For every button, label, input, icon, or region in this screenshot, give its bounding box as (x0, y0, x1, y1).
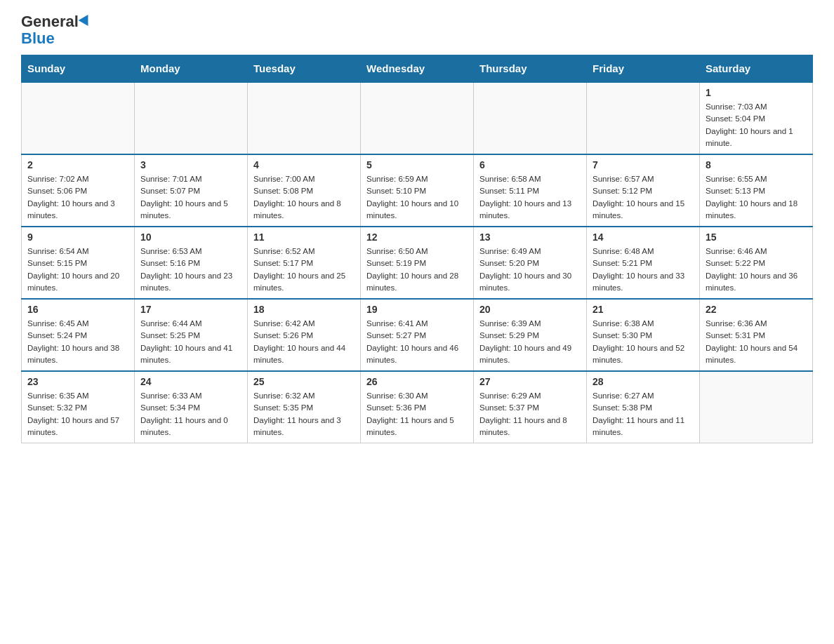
day-number: 7 (593, 159, 694, 170)
day-info: Sunrise: 6:55 AM (706, 173, 807, 185)
day-info: Daylight: 10 hours and 1 minute. (706, 126, 807, 150)
day-info: Sunrise: 6:52 AM (253, 246, 355, 257)
day-info: Sunrise: 6:27 AM (593, 390, 694, 402)
day-info: Sunrise: 6:53 AM (140, 246, 241, 257)
day-number: 14 (593, 232, 694, 243)
day-info: Sunrise: 7:01 AM (140, 173, 241, 185)
day-info: Sunrise: 7:00 AM (253, 173, 355, 185)
day-info: Sunset: 5:07 PM (140, 185, 241, 197)
day-info: Daylight: 10 hours and 5 minutes. (140, 198, 241, 222)
day-info: Sunrise: 6:48 AM (593, 246, 694, 257)
calendar-cell: 1Sunrise: 7:03 AMSunset: 5:04 PMDaylight… (700, 82, 813, 154)
day-info: Sunset: 5:16 PM (140, 257, 241, 269)
calendar-cell: 12Sunrise: 6:50 AMSunset: 5:19 PMDayligh… (361, 227, 474, 299)
logo-triangle-icon (79, 15, 93, 29)
calendar-cell (248, 82, 361, 154)
day-info: Sunrise: 6:58 AM (479, 173, 581, 185)
day-info: Daylight: 10 hours and 57 minutes. (27, 415, 128, 439)
day-info: Sunset: 5:29 PM (479, 330, 581, 342)
calendar-cell: 19Sunrise: 6:41 AMSunset: 5:27 PMDayligh… (361, 299, 474, 371)
day-info: Sunset: 5:04 PM (706, 113, 807, 125)
day-number: 27 (479, 376, 581, 387)
day-info: Sunset: 5:22 PM (706, 257, 807, 269)
calendar-cell (22, 82, 135, 154)
day-number: 4 (253, 159, 355, 170)
day-info: Sunset: 5:35 PM (253, 402, 355, 414)
calendar-cell (700, 371, 813, 443)
day-info: Sunrise: 6:33 AM (140, 390, 241, 402)
day-number: 28 (593, 376, 694, 387)
calendar-cell: 23Sunrise: 6:35 AMSunset: 5:32 PMDayligh… (22, 371, 135, 443)
day-info: Sunrise: 6:57 AM (593, 173, 694, 185)
day-number: 3 (140, 159, 241, 170)
day-info: Daylight: 11 hours and 8 minutes. (479, 415, 581, 439)
header-sunday: Sunday (22, 55, 135, 83)
day-info: Sunset: 5:20 PM (479, 257, 581, 269)
logo-name: General (21, 14, 79, 29)
day-number: 10 (140, 232, 241, 243)
day-info: Daylight: 10 hours and 10 minutes. (366, 198, 468, 222)
day-number: 2 (27, 159, 128, 170)
header-friday: Friday (587, 55, 700, 83)
day-info: Sunrise: 7:03 AM (706, 101, 807, 113)
day-info: Sunrise: 6:36 AM (706, 318, 807, 330)
day-info: Daylight: 11 hours and 11 minutes. (593, 415, 694, 439)
day-info: Sunset: 5:36 PM (366, 402, 468, 414)
day-number: 16 (27, 304, 128, 315)
calendar-cell: 15Sunrise: 6:46 AMSunset: 5:22 PMDayligh… (700, 227, 813, 299)
day-info: Daylight: 10 hours and 46 minutes. (366, 342, 468, 367)
day-number: 8 (706, 159, 807, 170)
day-info: Daylight: 10 hours and 54 minutes. (706, 342, 807, 367)
day-info: Sunset: 5:26 PM (253, 330, 355, 342)
calendar-cell: 16Sunrise: 6:45 AMSunset: 5:24 PMDayligh… (22, 299, 135, 371)
day-number: 25 (253, 376, 355, 387)
calendar-cell: 4Sunrise: 7:00 AMSunset: 5:08 PMDaylight… (248, 154, 361, 227)
day-info: Sunset: 5:17 PM (253, 257, 355, 269)
day-info: Daylight: 10 hours and 8 minutes. (253, 198, 355, 222)
day-number: 15 (706, 232, 807, 243)
calendar-week-row: 2Sunrise: 7:02 AMSunset: 5:06 PMDaylight… (22, 154, 813, 227)
day-info: Daylight: 11 hours and 5 minutes. (366, 415, 468, 439)
calendar-table: SundayMondayTuesdayWednesdayThursdayFrid… (21, 55, 813, 443)
day-number: 12 (366, 232, 468, 243)
page-header: General Blue (21, 14, 813, 48)
header-thursday: Thursday (474, 55, 587, 83)
calendar-cell: 25Sunrise: 6:32 AMSunset: 5:35 PMDayligh… (248, 371, 361, 443)
day-info: Daylight: 10 hours and 15 minutes. (593, 198, 694, 222)
calendar-cell: 24Sunrise: 6:33 AMSunset: 5:34 PMDayligh… (135, 371, 248, 443)
day-info: Daylight: 10 hours and 23 minutes. (140, 270, 241, 295)
calendar-week-row: 1Sunrise: 7:03 AMSunset: 5:04 PMDaylight… (22, 82, 813, 154)
calendar-cell: 14Sunrise: 6:48 AMSunset: 5:21 PMDayligh… (587, 227, 700, 299)
calendar-header-row: SundayMondayTuesdayWednesdayThursdayFrid… (22, 55, 813, 83)
day-number: 19 (366, 304, 468, 315)
day-number: 20 (479, 304, 581, 315)
calendar-cell: 28Sunrise: 6:27 AMSunset: 5:38 PMDayligh… (587, 371, 700, 443)
calendar-cell (135, 82, 248, 154)
calendar-cell: 8Sunrise: 6:55 AMSunset: 5:13 PMDaylight… (700, 154, 813, 227)
day-info: Sunset: 5:24 PM (27, 330, 128, 342)
day-info: Sunrise: 6:38 AM (593, 318, 694, 330)
header-saturday: Saturday (700, 55, 813, 83)
day-number: 1 (706, 87, 807, 98)
day-info: Sunrise: 6:41 AM (366, 318, 468, 330)
day-info: Sunrise: 6:35 AM (27, 390, 128, 402)
day-info: Sunrise: 6:44 AM (140, 318, 241, 330)
day-info: Sunset: 5:11 PM (479, 185, 581, 197)
day-info: Sunset: 5:19 PM (366, 257, 468, 269)
day-info: Sunset: 5:34 PM (140, 402, 241, 414)
day-info: Daylight: 10 hours and 36 minutes. (706, 270, 807, 295)
day-info: Daylight: 10 hours and 25 minutes. (253, 270, 355, 295)
day-number: 22 (706, 304, 807, 315)
calendar-cell: 5Sunrise: 6:59 AMSunset: 5:10 PMDaylight… (361, 154, 474, 227)
day-info: Sunset: 5:25 PM (140, 330, 241, 342)
day-info: Daylight: 10 hours and 28 minutes. (366, 270, 468, 295)
day-number: 9 (27, 232, 128, 243)
calendar-cell: 11Sunrise: 6:52 AMSunset: 5:17 PMDayligh… (248, 227, 361, 299)
day-info: Sunset: 5:21 PM (593, 257, 694, 269)
calendar-cell: 21Sunrise: 6:38 AMSunset: 5:30 PMDayligh… (587, 299, 700, 371)
calendar-week-row: 16Sunrise: 6:45 AMSunset: 5:24 PMDayligh… (22, 299, 813, 371)
calendar-cell: 17Sunrise: 6:44 AMSunset: 5:25 PMDayligh… (135, 299, 248, 371)
day-info: Daylight: 10 hours and 49 minutes. (479, 342, 581, 367)
day-info: Sunset: 5:12 PM (593, 185, 694, 197)
day-number: 26 (366, 376, 468, 387)
